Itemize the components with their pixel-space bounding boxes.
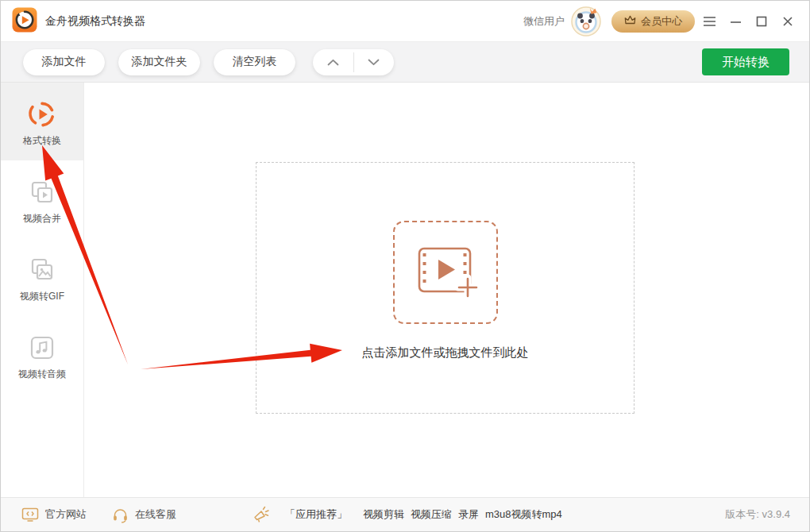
move-down-button[interactable] bbox=[354, 49, 395, 75]
sidebar-item-label: 视频转GIF bbox=[20, 290, 64, 303]
online-service-link[interactable]: 在线客服 bbox=[135, 507, 176, 522]
format-convert-icon bbox=[28, 100, 56, 129]
toolbar: 添加文件 添加文件夹 清空列表 开始转换 bbox=[1, 42, 809, 83]
dropzone-hint: 点击添加文件或拖拽文件到此处 bbox=[256, 345, 634, 360]
maximize-button[interactable] bbox=[750, 10, 773, 33]
add-folder-button[interactable]: 添加文件夹 bbox=[118, 49, 200, 75]
sidebar-item-video-to-audio[interactable]: 视频转音频 bbox=[1, 316, 83, 394]
app-logo-icon bbox=[12, 7, 37, 36]
minimize-button[interactable] bbox=[723, 10, 747, 33]
sidebar-item-label: 视频转音频 bbox=[18, 368, 66, 381]
user-avatar[interactable] bbox=[571, 6, 601, 37]
video-to-gif-icon bbox=[28, 256, 56, 284]
website-icon bbox=[21, 507, 39, 522]
add-video-icon bbox=[393, 221, 498, 324]
sidebar-item-video-to-gif[interactable]: 视频转GIF bbox=[1, 238, 83, 316]
link-video-edit[interactable]: 视频剪辑 bbox=[363, 507, 404, 522]
add-file-button[interactable]: 添加文件 bbox=[23, 49, 105, 75]
file-list-area: 点击添加文件或拖拽文件到此处 bbox=[84, 83, 809, 497]
sidebar-item-label: 格式转换 bbox=[23, 134, 61, 148]
megaphone-icon bbox=[252, 505, 271, 524]
sidebar-item-label: 视频合并 bbox=[23, 212, 61, 226]
menu-icon[interactable] bbox=[697, 10, 721, 33]
app-recommend-label: 「应用推荐」 bbox=[285, 507, 347, 522]
link-m3u8-to-mp4[interactable]: m3u8视频转mp4 bbox=[485, 507, 562, 522]
user-label: 微信用户 bbox=[523, 14, 565, 29]
version-label: 版本号: v3.9.4 bbox=[725, 507, 790, 522]
close-button[interactable] bbox=[776, 10, 800, 33]
sidebar: 格式转换 视频合并 视频转GIF bbox=[1, 83, 84, 497]
clear-list-button[interactable]: 清空列表 bbox=[214, 49, 295, 75]
start-convert-button[interactable]: 开始转换 bbox=[702, 48, 789, 75]
reorder-control bbox=[313, 49, 394, 75]
move-up-button[interactable] bbox=[313, 49, 353, 75]
dropzone[interactable]: 点击添加文件或拖拽文件到此处 bbox=[256, 162, 634, 414]
title-bar: 金舟视频格式转换器 微信用户 bbox=[1, 1, 809, 42]
link-video-compress[interactable]: 视频压缩 bbox=[411, 507, 452, 522]
status-bar: 官方网站 在线客服 「应用推荐」 bbox=[1, 497, 809, 531]
video-to-audio-icon bbox=[28, 333, 56, 362]
app-title: 金舟视频格式转换器 bbox=[45, 14, 145, 29]
video-merge-icon bbox=[28, 178, 56, 206]
vip-center-button[interactable]: 会员中心 bbox=[611, 10, 695, 33]
vip-center-label: 会员中心 bbox=[641, 14, 682, 29]
sidebar-item-format-convert[interactable]: 格式转换 bbox=[1, 83, 83, 160]
official-site-link[interactable]: 官方网站 bbox=[45, 507, 87, 522]
link-screen-record[interactable]: 录屏 bbox=[458, 507, 479, 522]
customer-service-icon bbox=[112, 507, 129, 523]
app-window: 金舟视频格式转换器 微信用户 bbox=[0, 0, 810, 532]
sidebar-item-video-merge[interactable]: 视频合并 bbox=[1, 160, 83, 238]
crown-icon bbox=[624, 15, 636, 28]
